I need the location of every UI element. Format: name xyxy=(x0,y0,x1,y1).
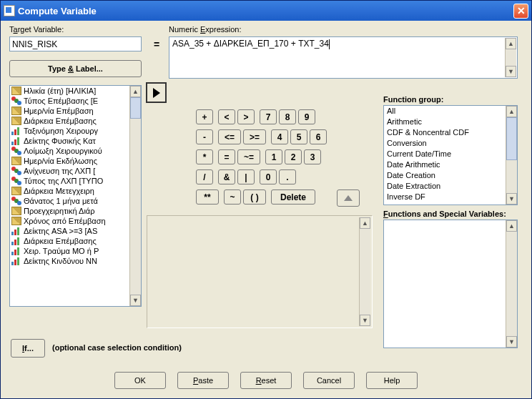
functions-list[interactable]: ▲ ▼ xyxy=(383,220,518,348)
target-variable-input[interactable] xyxy=(9,36,142,51)
bars-icon xyxy=(11,247,21,255)
variable-list-item[interactable]: Ανίχνευση της ΛΧΠ [ xyxy=(10,166,129,176)
move-to-expression-button[interactable] xyxy=(146,82,167,103)
function-group-item[interactable]: Date Extraction xyxy=(384,181,506,192)
variable-list-item[interactable]: Θάνατος 1 μήνα μετά xyxy=(10,196,129,206)
keypad--button[interactable]: - xyxy=(196,129,213,144)
variable-list-item[interactable]: Ταξινόμηση Χειρουργ xyxy=(10,126,129,136)
arrow-up-icon xyxy=(344,195,353,201)
scroll-up-icon[interactable]: ▲ xyxy=(130,86,141,97)
keypad-6-button[interactable]: 6 xyxy=(310,129,327,144)
scroll-down-icon[interactable]: ▼ xyxy=(130,295,141,306)
scrollbar-thumb[interactable] xyxy=(130,97,141,119)
variable-label: Δείκτης Φυσικής Κατ xyxy=(24,137,96,145)
variable-list-item[interactable]: Τύπος Επέμβασης [E xyxy=(10,96,129,106)
variable-label: Διάρκεια Επέμβασης xyxy=(24,117,97,125)
keypad-4-button[interactable]: 4 xyxy=(271,129,288,144)
variable-label: Τύπος της ΛΧΠ [ΤΥΠΟ xyxy=(24,177,103,185)
variable-list-item[interactable]: Διάρκεια Επέμβασης xyxy=(10,116,129,126)
scroll-up-icon[interactable]: ▲ xyxy=(506,106,517,117)
scroll-up-icon[interactable]: ▲ xyxy=(360,217,370,229)
keypad--button[interactable]: <= xyxy=(218,129,241,144)
variable-list-item[interactable]: Προεγχειρητική Διάρ xyxy=(10,206,129,216)
variable-list-item[interactable]: Χρόνος από Επέμβαση xyxy=(10,216,129,226)
function-group-item[interactable]: Date Creation xyxy=(384,170,506,181)
variable-list-item[interactable]: Δείκτης ASA >=3 [AS xyxy=(10,226,129,236)
keypad--button[interactable]: & xyxy=(218,169,235,184)
numeric-expression-input[interactable]: ASA_35 + ΔΙΑΡΚΕΙΑ_ΕΠ_170 + TXT_34 ▲ ▼ xyxy=(169,36,518,79)
move-to-functions-button[interactable] xyxy=(337,189,360,207)
function-group-list[interactable]: AllArithmeticCDF & Noncentral CDFConvers… xyxy=(383,105,518,205)
keypad-0-button[interactable]: 0 xyxy=(260,169,277,184)
keypad--button[interactable]: ** xyxy=(196,189,219,205)
variable-label: Ανίχνευση της ΛΧΠ [ xyxy=(24,167,95,175)
fgroup-scrollbar[interactable]: ▲ ▼ xyxy=(506,106,517,205)
keypad--button[interactable]: > xyxy=(237,109,255,124)
keypad--button[interactable]: ~= xyxy=(237,149,260,164)
variable-list-item[interactable]: Χειρ. Τραύμα ΜΟ ή Ρ xyxy=(10,246,129,256)
keypad-8-button[interactable]: 8 xyxy=(279,109,296,124)
type-and-label-button[interactable]: Type & Label... xyxy=(9,60,142,77)
bars-icon xyxy=(11,257,21,265)
scrollbar-thumb[interactable] xyxy=(506,117,517,160)
scroll-down-icon[interactable]: ▼ xyxy=(360,315,370,326)
expression-scrollbar[interactable]: ▲ ▼ xyxy=(505,38,516,77)
function-group-item[interactable]: Conversion xyxy=(384,138,506,149)
variable-label: Χρόνος από Επέμβαση xyxy=(24,217,106,225)
function-group-item[interactable]: Arithmetic xyxy=(384,117,506,127)
scroll-down-icon[interactable]: ▼ xyxy=(506,193,517,205)
scroll-up-icon[interactable]: ▲ xyxy=(506,220,517,232)
reset-button[interactable]: Reset xyxy=(240,372,292,389)
keypad--button[interactable]: = xyxy=(218,149,235,164)
keypad--button[interactable]: ( ) xyxy=(243,189,266,205)
if-button[interactable]: If... xyxy=(11,339,45,358)
ruler-icon xyxy=(11,87,21,95)
paste-button[interactable]: Paste xyxy=(177,372,229,389)
variable-list-item[interactable]: Τύπος της ΛΧΠ [ΤΥΠΟ xyxy=(10,176,129,186)
keypad--button[interactable]: ~ xyxy=(224,189,241,205)
description-scrollbar[interactable]: ▲ ▼ xyxy=(359,217,370,326)
keypad-5-button[interactable]: 5 xyxy=(290,129,307,144)
scroll-down-icon[interactable]: ▼ xyxy=(506,66,516,77)
keypad-2-button[interactable]: 2 xyxy=(285,149,302,164)
titlebar[interactable]: Compute Variable ✕ xyxy=(1,1,531,21)
keypad--button[interactable]: + xyxy=(196,109,213,124)
variable-list-item[interactable]: Ημερ/νία Εκδήλωσης xyxy=(10,156,129,166)
functions-scrollbar[interactable]: ▲ ▼ xyxy=(506,220,517,348)
scroll-up-icon[interactable]: ▲ xyxy=(506,38,516,49)
variable-list-item[interactable]: Δείκτης Κινδύνου NN xyxy=(10,256,129,266)
variable-list-item[interactable]: Ηλικία (έτη) [ΗΛΙΚΙΑ] xyxy=(10,86,129,96)
keypad--button[interactable]: | xyxy=(237,169,255,184)
function-group-item[interactable]: All xyxy=(384,106,506,117)
keypad--button[interactable]: . xyxy=(279,169,296,184)
help-button[interactable]: Help xyxy=(366,372,418,389)
keypad-3-button[interactable]: 3 xyxy=(304,149,321,164)
bars-icon xyxy=(11,127,21,135)
variable-list-item[interactable]: Διάρκεια Μετεγχειρη xyxy=(10,186,129,196)
variable-list[interactable]: Ηλικία (έτη) [ΗΛΙΚΙΑ]Τύπος Επέμβασης [EΗ… xyxy=(9,85,142,307)
function-group-item[interactable]: CDF & Noncentral CDF xyxy=(384,127,506,138)
variable-list-item[interactable]: Λοίμωξη Χειρουργικού xyxy=(10,146,129,156)
variable-list-item[interactable]: Δείκτης Φυσικής Κατ xyxy=(10,136,129,146)
keypad-7-button[interactable]: 7 xyxy=(260,109,277,124)
keypad-9-button[interactable]: 9 xyxy=(298,109,315,124)
cancel-button[interactable]: Cancel xyxy=(303,372,355,389)
keypad-delete-button[interactable]: Delete xyxy=(271,189,315,205)
scroll-down-icon[interactable]: ▼ xyxy=(506,336,517,348)
function-group-item[interactable]: Current Date/Time xyxy=(384,149,506,159)
function-group-item[interactable]: Date Arithmetic xyxy=(384,159,506,170)
ruler-icon xyxy=(11,217,21,225)
ok-button[interactable]: OK xyxy=(114,372,166,389)
close-button[interactable]: ✕ xyxy=(513,4,528,19)
keypad--button[interactable]: * xyxy=(196,149,213,164)
variable-label: Δείκτης ASA >=3 [AS xyxy=(24,227,97,235)
varlist-scrollbar[interactable]: ▲ ▼ xyxy=(129,86,141,306)
variable-list-item[interactable]: Ημερ/νία Επέμβαση xyxy=(10,106,129,116)
keypad-1-button[interactable]: 1 xyxy=(265,149,282,164)
keypad--button[interactable]: < xyxy=(218,109,235,124)
variable-label: Χειρ. Τραύμα ΜΟ ή Ρ xyxy=(24,247,99,255)
keypad--button[interactable]: / xyxy=(196,169,213,184)
keypad--button[interactable]: >= xyxy=(243,129,266,144)
variable-list-item[interactable]: Διάρκεια Επέμβασης xyxy=(10,236,129,246)
function-group-item[interactable]: Inverse DF xyxy=(384,192,506,202)
